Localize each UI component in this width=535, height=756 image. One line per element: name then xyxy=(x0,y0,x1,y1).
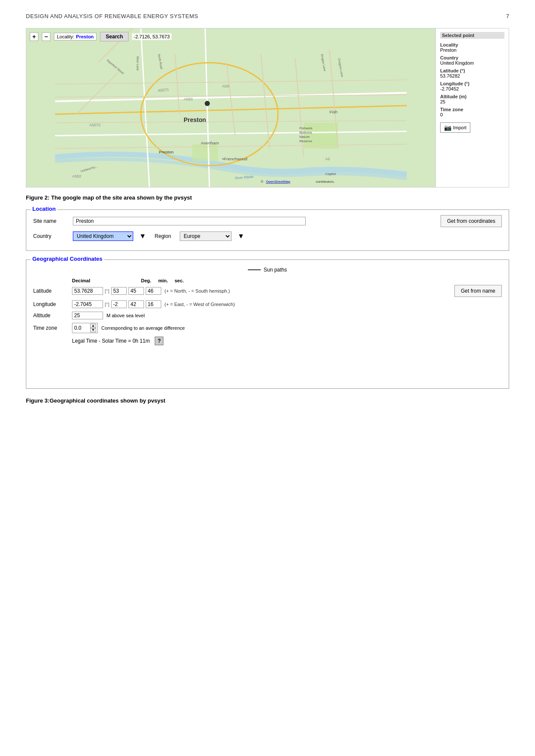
latitude-deg-input[interactable] xyxy=(111,287,127,295)
latitude-key: Latitude (°) xyxy=(440,68,504,73)
svg-text:contributors.: contributors. xyxy=(316,180,335,184)
longitude-deg-label: [°] xyxy=(105,302,110,307)
svg-point-36 xyxy=(205,101,210,106)
country-val: United Kingdom xyxy=(440,60,504,66)
zoom-out-button[interactable]: − xyxy=(42,32,50,41)
longitude-label: Longitude xyxy=(33,301,72,307)
altitude-row: Altitude M above sea level xyxy=(33,312,502,319)
search-button[interactable]: Search xyxy=(100,32,128,41)
longitude-sec-input[interactable] xyxy=(146,300,161,308)
side-panel-altitude: Altitude (m) 25 xyxy=(440,94,504,104)
map-area: + − Locality: Preston Search -2.7126, 53… xyxy=(26,28,435,187)
country-row: Country United Kingdom ▼ Region Europe ▼ xyxy=(33,231,502,241)
longitude-min-input[interactable] xyxy=(128,300,144,308)
locality-label: Locality: Preston xyxy=(54,33,97,41)
figure2-caption: Figure 2: The google map of the site are… xyxy=(26,194,509,201)
timezone-down-button[interactable]: ▼ xyxy=(90,328,96,332)
side-panel-title: Selected point xyxy=(440,32,504,39)
side-panel-locality: Locality Preston xyxy=(440,42,504,53)
latitude-deg-label: [°] xyxy=(105,288,110,294)
latitude-label: Latitude xyxy=(33,288,72,294)
longitude-key: Longitude (°) xyxy=(440,81,504,86)
spinner-buttons: ▲ ▼ xyxy=(90,324,96,332)
site-name-input[interactable] xyxy=(73,217,306,225)
timezone-row: Time zone ▲ ▼ Corresponding to an averag… xyxy=(33,323,502,333)
header-decimal: Decimal xyxy=(72,278,106,283)
altitude-label: Altitude xyxy=(33,312,72,319)
svg-text:Reserve: Reserve xyxy=(300,139,313,143)
get-from-name-button[interactable]: Get from name xyxy=(454,285,502,297)
location-box: Location Site name Get from coordinates … xyxy=(26,209,509,251)
longitude-val: -2.70452 xyxy=(440,86,504,91)
latitude-val: 53.76282 xyxy=(440,73,504,78)
map-image: A5071 A5072 A582 A6 A583 A59 Preston Ave… xyxy=(26,28,435,187)
zoom-in-button[interactable]: + xyxy=(30,32,38,41)
longitude-hint: (+ = East, - = West of Greenwich) xyxy=(165,302,235,307)
region-select[interactable]: Europe xyxy=(180,231,232,241)
side-panel-country: Country United Kingdom xyxy=(440,55,504,66)
header-sec: sec. xyxy=(175,278,191,283)
altitude-hint: M above sea level xyxy=(106,313,145,318)
country-select[interactable]: United Kingdom xyxy=(73,231,133,241)
sun-paths-row: Sun paths xyxy=(33,267,502,273)
header-min: min. xyxy=(158,278,175,283)
latitude-row: Latitude [°] (+ = North, - = South hemis… xyxy=(33,285,502,297)
longitude-row: Longitude [°] (+ = East, - = West of Gre… xyxy=(33,300,502,308)
page-header: DESIGN AND ANALYSIS OF RENEWABLE ENERGY … xyxy=(26,13,509,19)
legal-time-text: Legal Time - Solar Time = 0h 11m xyxy=(72,338,150,344)
latitude-sec-input[interactable] xyxy=(146,287,161,295)
svg-text:Fish: Fish xyxy=(329,109,338,114)
altitude-input[interactable] xyxy=(72,312,103,319)
locality-value: Preston xyxy=(76,34,94,39)
svg-text:Capitol: Capitol xyxy=(325,172,336,176)
latitude-min-input[interactable] xyxy=(128,287,144,295)
timezone-label: Time zone xyxy=(33,325,72,331)
sun-paths-label: Sun paths xyxy=(263,267,287,273)
svg-text:A582: A582 xyxy=(72,174,81,178)
longitude-deg-input[interactable] xyxy=(111,300,127,308)
svg-text:•Frenchwood: •Frenchwood xyxy=(222,156,247,161)
get-from-coordinates-button[interactable]: Get from coordinates xyxy=(441,215,502,227)
svg-text:Avenham: Avenham xyxy=(201,141,219,145)
figure3-caption: Figure 3:Geographical coordinates shown … xyxy=(26,397,509,404)
geo-coordinates-box: Geographical Coordinates Sun paths Decim… xyxy=(26,259,509,389)
header-deg: Deg. xyxy=(141,278,158,283)
site-name-row: Site name Get from coordinates xyxy=(33,215,502,227)
timezone-input[interactable] xyxy=(74,325,89,331)
locality-val: Preston xyxy=(440,47,504,53)
question-button[interactable]: ? xyxy=(155,337,163,345)
altitude-val: 25 xyxy=(440,99,504,104)
svg-text:Fishwick: Fishwick xyxy=(300,126,313,130)
map-section: + − Locality: Preston Search -2.7126, 53… xyxy=(26,28,509,187)
timezone-val: 0 xyxy=(440,112,504,117)
page-number: 7 xyxy=(506,13,509,19)
side-panel-timezone: Time zone 0 xyxy=(440,107,504,117)
map-toolbar: + − Locality: Preston Search -2.7126, 53… xyxy=(30,32,435,41)
locality-key: Locality xyxy=(440,42,504,47)
svg-text:OpenStreetMap: OpenStreetMap xyxy=(266,180,291,184)
geo-headers: Decimal Deg. min. sec. xyxy=(72,278,502,283)
svg-text:A59: A59 xyxy=(222,84,229,88)
country-arrow: ▼ xyxy=(139,232,146,240)
import-button[interactable]: 📷 Import xyxy=(440,122,470,133)
site-name-label: Site name xyxy=(33,218,68,224)
side-panel-longitude: Longitude (°) -2.70452 xyxy=(440,81,504,91)
page-title: DESIGN AND ANALYSIS OF RENEWABLE ENERGY … xyxy=(26,13,198,19)
geo-legend: Geographical Coordinates xyxy=(31,256,104,262)
svg-text:Nature: Nature xyxy=(300,135,310,139)
svg-text:Preston: Preston xyxy=(184,116,206,123)
country-key: Country xyxy=(440,55,504,60)
region-arrow: ▼ xyxy=(238,232,244,240)
longitude-decimal-input[interactable] xyxy=(72,300,103,308)
map-coordinates: -2.7126, 53.7673 xyxy=(132,33,171,40)
svg-text:A6: A6 xyxy=(325,157,330,161)
timezone-key: Time zone xyxy=(440,107,504,112)
sun-paths-line xyxy=(248,269,261,270)
latitude-decimal-input[interactable] xyxy=(72,287,103,295)
location-legend: Location xyxy=(31,206,57,212)
latitude-hint: (+ = North, - = South hemisph.) xyxy=(165,288,230,294)
altitude-key: Altitude (m) xyxy=(440,94,504,99)
timezone-up-button[interactable]: ▲ xyxy=(90,324,96,328)
import-icon: 📷 xyxy=(444,124,451,131)
svg-text:Moor Lane: Moor Lane xyxy=(136,56,139,71)
